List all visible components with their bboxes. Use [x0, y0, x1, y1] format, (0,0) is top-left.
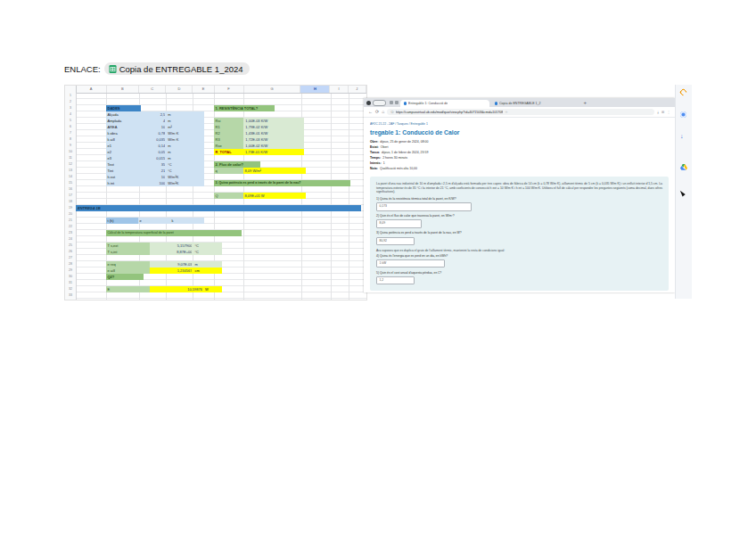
cell-power-label[interactable]: Q — [214, 193, 245, 199]
cell-flux-label[interactable]: q — [214, 168, 245, 174]
download-arrow-icon[interactable]: ↓ — [680, 133, 684, 139]
row-number[interactable]: 9 — [65, 143, 76, 149]
row-number[interactable]: 8 — [65, 136, 76, 143]
menu-icon[interactable]: ⋮ — [667, 110, 670, 114]
row-number[interactable]: 30 — [65, 274, 76, 280]
row-number[interactable]: 21 — [65, 218, 76, 224]
cell-calc-note[interactable]: Càlcul de la temperatura superficial de … — [106, 230, 242, 236]
resistance-total-row[interactable]: R_TOTAL 1,73E-01 K/W — [214, 149, 304, 155]
cell-flux-value[interactable]: 8,09 W/m² — [243, 168, 306, 174]
row-number[interactable]: 4 — [65, 111, 76, 118]
back-icon[interactable]: ← — [368, 110, 373, 114]
param-row[interactable]: Tint 21 °C — [106, 168, 204, 174]
row-number[interactable]: 16 — [65, 186, 76, 193]
resistance-row[interactable]: R1 1,79E-02 K/W — [214, 124, 304, 130]
cell-subheader-2[interactable]: e — [138, 218, 172, 224]
row-number[interactable]: 18 — [65, 199, 76, 205]
cell-power-value[interactable]: 8,09E+01 W — [243, 193, 306, 199]
cost-row-2[interactable]: e aïll 1,234567 cm — [106, 268, 222, 274]
tab-spreadsheet[interactable]: Copia de ENTREGABLE 1_2 — [491, 100, 580, 108]
drive-icon[interactable] — [680, 158, 687, 174]
refresh-icon[interactable]: ⟳ — [375, 110, 379, 114]
row-number[interactable]: 20 — [65, 211, 76, 218]
column-header-b[interactable]: B — [107, 86, 140, 93]
param-row[interactable]: k aïll 0,035 W/m·K — [106, 136, 204, 143]
column-header-a[interactable]: A — [77, 86, 107, 93]
cell-dades-header[interactable]: DADES — [106, 105, 141, 111]
extension-icon[interactable] — [390, 101, 393, 104]
row-number[interactable]: 15 — [65, 180, 76, 186]
row-number[interactable]: 19 — [65, 205, 76, 211]
column-header-f[interactable]: F — [215, 86, 244, 93]
row-number[interactable]: 12 — [65, 161, 76, 168]
cell-flux-header[interactable]: 2. Flux de calor? — [214, 161, 260, 168]
row-number[interactable]: 22 — [65, 224, 76, 230]
profile-chip[interactable] — [366, 100, 386, 106]
final-row[interactable]: E 10,59876 W — [106, 286, 222, 292]
answer-input[interactable]: 1 kW — [376, 259, 445, 268]
row-number[interactable]: 14 — [65, 174, 76, 180]
param-row[interactable]: Alçada 2,5 m — [106, 111, 204, 118]
column-header-j[interactable]: J — [349, 86, 366, 93]
cell-q2-header[interactable]: Q2? — [106, 274, 144, 280]
row-number[interactable]: 25 — [65, 243, 76, 249]
breadcrumb[interactable]: AF2C 21.22 - 2AF / Tasques / Entregable … — [370, 122, 669, 127]
row-number[interactable]: 27 — [65, 255, 76, 261]
column-header-h-selected[interactable]: H — [300, 86, 330, 93]
row-number[interactable]: 2 — [65, 99, 76, 105]
row-number[interactable]: 29 — [65, 268, 76, 274]
row-number[interactable]: 11 — [65, 155, 76, 161]
sheet-link-chip[interactable]: Copia de ENTREGABLE 1_2024 — [104, 62, 250, 75]
row-number[interactable]: 23 — [65, 230, 76, 236]
resistance-row[interactable]: Rsi 1,00E-03 K/W — [214, 118, 304, 124]
param-row[interactable]: h int 100 W/m²K — [106, 180, 204, 186]
answer-input[interactable]: 80,92 — [376, 237, 415, 246]
site-info-icon[interactable]: ⓘ — [390, 111, 394, 114]
param-row[interactable]: e1 0,14 m — [106, 143, 204, 149]
copilot-icon[interactable] — [680, 111, 686, 118]
column-header-c[interactable]: C — [139, 86, 166, 93]
param-row[interactable]: Amplada 4 m — [106, 118, 204, 124]
home-icon[interactable]: ⌂ — [382, 110, 384, 114]
cell-resistance-header[interactable]: 1. RESISTÈNCIA TOTAL? — [214, 105, 275, 111]
param-row[interactable]: h ext 10 W/m²K — [106, 174, 204, 180]
row-number[interactable]: 1 — [65, 93, 76, 99]
cost-row-1[interactable]: e req 9,07E-03 m — [106, 261, 222, 268]
address-bar[interactable]: ⓘ https://campusvirtual.ub.edu/mod/quiz/… — [387, 109, 654, 115]
extension-icon[interactable] — [395, 101, 399, 104]
star-icon[interactable]: ☆ — [505, 110, 507, 114]
row-number[interactable]: 28 — [65, 261, 76, 268]
resistance-row[interactable]: R2 1,43E-01 K/W — [214, 130, 304, 136]
row-number[interactable]: 3 — [65, 105, 76, 111]
row-number[interactable]: 31 — [65, 280, 76, 286]
param-row[interactable]: e2 0,05 m — [106, 149, 204, 155]
row-number[interactable]: 24 — [65, 236, 76, 243]
calc-row[interactable]: T s,ext 5,157900 °C — [106, 243, 222, 249]
resistance-row[interactable]: R3 1,72E-03 K/W — [214, 136, 304, 143]
param-row[interactable]: k obra 0,78 W/m·K — [106, 130, 204, 136]
row-number[interactable]: 5 — [65, 118, 76, 124]
cell-subheader-1[interactable]: t (h) — [106, 218, 140, 224]
row-number[interactable]: 13 — [65, 168, 76, 174]
row-number[interactable]: 7 — [65, 130, 76, 136]
select-all-corner[interactable] — [65, 86, 77, 93]
row-number[interactable]: 10 — [65, 149, 76, 155]
row-number[interactable]: 6 — [65, 124, 76, 130]
row-number[interactable]: 17 — [65, 193, 76, 199]
answer-input[interactable]: 1,2 — [376, 276, 415, 285]
param-row[interactable]: e3 0,015 m — [106, 155, 204, 161]
answer-input[interactable]: 0,173 — [376, 202, 472, 211]
tab-entregable[interactable]: Entregable 1: Conducció de — [400, 100, 489, 108]
row-number[interactable]: 33 — [65, 292, 76, 299]
answer-input[interactable]: 8,09 — [376, 219, 422, 228]
resistance-row[interactable]: Rse 1,00E-02 K/W — [214, 143, 304, 149]
apps-grid-icon[interactable]: ⊞ — [662, 110, 664, 114]
calc-row[interactable]: T s,int 8,87E+00 °C — [106, 249, 222, 255]
favorites-icon[interactable] — [680, 89, 686, 95]
row-number[interactable]: 26 — [65, 249, 76, 255]
section-band[interactable]: ENTREGA 1B — [76, 205, 361, 211]
new-tab-button[interactable]: + — [584, 100, 588, 105]
cell-power-header[interactable]: 3. Quina potència es perd a través de la… — [214, 180, 350, 186]
column-header-g[interactable]: G — [244, 86, 301, 93]
column-header-i[interactable]: I — [330, 86, 348, 93]
